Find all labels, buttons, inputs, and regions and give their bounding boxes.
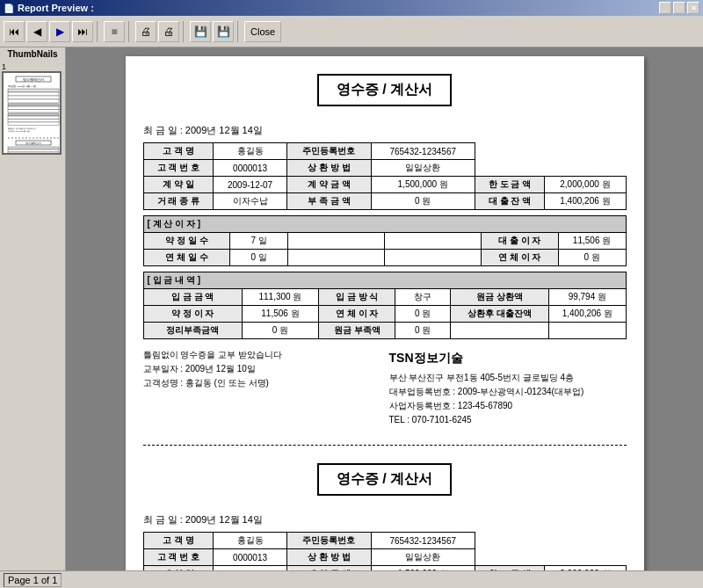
cell-value: 2,000,000 원: [545, 566, 626, 570]
cell-value: 1,500,000 원: [371, 177, 475, 193]
statusbar: Page 1 of 1: [0, 570, 703, 588]
print2-button[interactable]: 🖨: [158, 21, 179, 42]
doc2-title-wrapper: 영수증 / 계산서: [143, 463, 627, 505]
svg-rect-14: [8, 122, 59, 126]
thumbnail-page-num: 1: [2, 62, 63, 71]
table-row: 거 래 종 류 이자수납 부 족 금 액 0 원 대 출 잔 액 1,400,2…: [143, 193, 626, 210]
payment-table: 입 금 금 액 111,300 원 입 금 방 식 창구 원금 상환액 99,7…: [143, 288, 627, 339]
maximize-button[interactable]: □: [673, 2, 685, 14]
close-button[interactable]: ✕: [687, 2, 699, 14]
first-page-button[interactable]: ⏮: [4, 21, 25, 42]
doc-title-wrapper: 영수증 / 계산서: [143, 74, 627, 115]
cell-empty: [288, 250, 385, 266]
status-page-info: Page 1 of 1: [4, 573, 62, 587]
table-row: 연 체 일 수 0 일 연 체 이 자 0 원: [143, 250, 626, 266]
cell-label: 계 약 금 액: [286, 177, 371, 193]
svg-rect-10: [8, 110, 59, 113]
titlebar-title: Report Preview :: [18, 3, 94, 13]
cell-label: 정리부족금액: [143, 323, 242, 339]
doc2-title: 영수증 / 계산서: [317, 463, 452, 496]
table-row: 고 객 명 홍길동 주민등록번호 765432-1234567: [143, 533, 626, 549]
table-row: 입 금 금 액 111,300 원 입 금 방 식 창구 원금 상환액 99,7…: [143, 289, 626, 306]
cell-label: 원금 상환액: [450, 289, 548, 306]
cell-label: 거 래 종 류: [143, 193, 214, 210]
cell-value: 1,500,000 원: [371, 566, 475, 570]
company-info: TSN정보기술 부산 부산진구 부전1동 405-5번지 글로빌딩 4층 대부업…: [389, 348, 627, 427]
cell-value: 11,506 원: [558, 233, 626, 250]
cell-value: 홍길동: [214, 533, 287, 549]
toolbar: ⏮ ◀ ▶ ⏭ ■ 🖨 🖨 💾 💾 Close: [0, 16, 703, 47]
svg-text:최금일: 2009년 12월 14일: 최금일: 2009년 12월 14일: [8, 84, 36, 88]
cell-label: 연 체 이 자: [481, 250, 558, 266]
cell-value: 0 원: [371, 193, 475, 210]
svg-rect-4: [8, 89, 59, 92]
cell-label: 주민등록번호: [286, 533, 371, 549]
svg-rect-7: [8, 99, 59, 103]
cell-label: 상 환 방 법: [286, 160, 371, 177]
cell-label: 입 금 금 액: [143, 289, 242, 306]
cell-value: 99,794 원: [549, 289, 626, 306]
cell-empty: [288, 233, 385, 250]
save-button[interactable]: 💾: [190, 21, 211, 42]
cell-value: 창구: [395, 289, 450, 306]
interest-section-header: [ 계 산 이 자 ]: [143, 215, 627, 232]
cell-value: 765432-1234567: [371, 533, 475, 549]
receipt-confirm: 틀림없이 영수증을 교부 받았습니다 교부일자 : 2009년 12월 10일 …: [143, 348, 380, 427]
cell-label: 고 객 번 호: [143, 160, 214, 177]
cell-value: 0000013: [214, 160, 287, 177]
stop-button[interactable]: ■: [104, 21, 125, 42]
cell-value: 1,400,206 원: [549, 306, 626, 323]
svg-rect-5: [8, 92, 59, 96]
cell-label: 연 체 이 자: [319, 306, 395, 323]
cell-value: 2009-12-07: [214, 566, 287, 570]
cell-label: 계 약 일: [143, 566, 214, 570]
next-page-button[interactable]: ▶: [49, 21, 70, 42]
titlebar: 📄 Report Preview : _ □ ✕: [0, 0, 703, 16]
last-page-button[interactable]: ⏭: [72, 21, 93, 42]
interest-table: 약 정 일 수 7 일 대 출 이 자 11,506 원 연 체 일 수 0 일…: [143, 232, 627, 266]
cell-label: 고 객 명: [143, 143, 214, 160]
svg-rect-21: [8, 149, 59, 152]
preview-area[interactable]: 영수증 / 계산서 최 금 일 : 2009년 12월 14일 고 객 명 홍길…: [66, 47, 703, 570]
cell-label: 고 객 명: [143, 533, 214, 549]
close-toolbar-button[interactable]: Close: [244, 21, 281, 42]
print-button[interactable]: 🖨: [135, 21, 156, 42]
svg-rect-11: [8, 113, 59, 116]
table-row: 계 약 일 2009-12-07 계 약 금 액 1,500,000 원 한 도…: [143, 177, 626, 193]
separator1: [97, 21, 100, 42]
cell-value: 0000013: [214, 549, 287, 566]
prev-page-button[interactable]: ◀: [26, 21, 47, 42]
svg-rect-9: [8, 106, 59, 110]
cell-value: 일일상환: [371, 160, 475, 177]
svg-text:영수증/계산서: 영수증/계산서: [25, 142, 42, 145]
svg-rect-12: [8, 116, 59, 120]
thumbnail[interactable]: 영수증/계산서 최금일: 2009년 12월 14일 틀림없이 영수증을 교부: [2, 71, 62, 155]
cell-label: 상환후 대출잔액: [450, 306, 548, 323]
cell-label: 계 약 일: [143, 177, 214, 193]
bottom-section: 틀림없이 영수증을 교부 받았습니다 교부일자 : 2009년 12월 10일 …: [143, 348, 627, 427]
cell-value: 0 원: [558, 250, 626, 266]
cell-value: 765432-1234567: [371, 143, 475, 160]
receipt-date: 최 금 일 : 2009년 12월 14일: [143, 124, 627, 137]
cell-empty: [384, 250, 481, 266]
cell-value: 111,300 원: [242, 289, 318, 306]
save2-button[interactable]: 💾: [213, 21, 234, 42]
cell-label: 연 체 일 수: [143, 250, 230, 266]
titlebar-controls: _ □ ✕: [659, 2, 699, 14]
cell-empty: [384, 233, 481, 250]
cell-label: 입 금 방 식: [319, 289, 395, 306]
company-biz: 사업자등록번호 : 123-45-67890: [389, 399, 627, 413]
doc2-customer-table: 고 객 명 홍길동 주민등록번호 765432-1234567 고 객 번 호 …: [143, 532, 627, 570]
cell-label: 원금 부족액: [319, 323, 395, 339]
company-name: TSN정보기술: [389, 348, 627, 367]
cell-value: 0 원: [242, 323, 318, 339]
cell-value: 이자수납: [214, 193, 287, 210]
minimize-button[interactable]: _: [659, 2, 671, 14]
customer-info-table: 고 객 명 홍길동 주민등록번호 765432-1234567 고 객 번 호 …: [143, 142, 627, 210]
svg-text:영수증/계산서: 영수증/계산서: [23, 78, 45, 82]
cell-label: 주민등록번호: [286, 143, 371, 160]
svg-rect-8: [8, 104, 59, 106]
table-row: 고 객 번 호 0000013 상 환 방 법 일일상환: [143, 160, 626, 177]
cell-value: 0 원: [395, 306, 450, 323]
cell-value: 7 일: [230, 233, 288, 250]
